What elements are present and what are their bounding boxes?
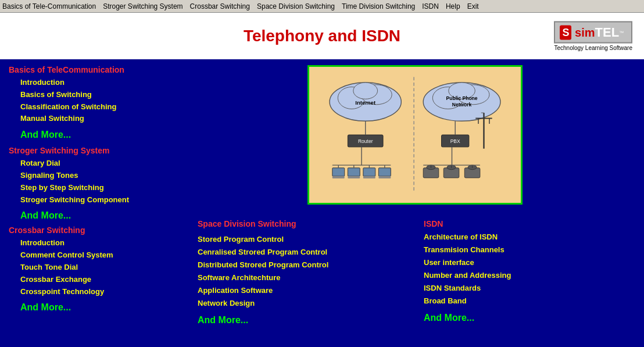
and-more-space-div[interactable]: And More...: [198, 315, 409, 325]
svg-text:Network: Network: [452, 102, 472, 108]
list-item[interactable]: Network Design: [198, 297, 409, 310]
left-column: Basics of TeleCommunication Introduction…: [9, 65, 189, 328]
header: Telephony and ISDN S sim TEL ™ Technolog…: [0, 13, 644, 59]
logo-box: S sim TEL ™: [554, 22, 632, 44]
network-svg: Internet Public Phone Network Router PBX: [314, 71, 516, 198]
section-stroger-title: Stroger Switching System: [9, 146, 189, 155]
list-item[interactable]: ISDN Standards: [424, 282, 635, 295]
menu-exit[interactable]: Exit: [467, 2, 479, 10]
section-isdn-title: ISDN: [424, 219, 635, 228]
svg-rect-33: [378, 176, 391, 178]
menu-crossbar[interactable]: Crossbar Switching: [190, 2, 250, 10]
list-item[interactable]: Crossbar Exchange: [9, 274, 189, 286]
list-item[interactable]: Manual Switching: [9, 113, 189, 125]
bottom-row: Space Division Switching Stored Program …: [195, 216, 635, 328]
menu-isdn[interactable]: ISDN: [422, 2, 439, 10]
svg-rect-27: [348, 176, 360, 178]
svg-text:PBX: PBX: [450, 138, 460, 144]
center-column: Internet Public Phone Network Router PBX: [195, 65, 635, 328]
logo-tel: TEL: [595, 25, 620, 40]
list-item[interactable]: Classification of Switching: [9, 101, 189, 113]
list-item[interactable]: Signaling Tones: [9, 170, 189, 182]
list-item[interactable]: Cenralised Strored Program Control: [198, 246, 409, 259]
svg-rect-23: [332, 168, 345, 176]
svg-rect-26: [348, 168, 360, 176]
svg-rect-30: [363, 176, 375, 178]
logo-subtitle: Technology Learning Software: [554, 45, 632, 51]
list-item[interactable]: Broad Band: [424, 295, 635, 307]
list-item[interactable]: Comment Control System: [9, 249, 189, 262]
list-item[interactable]: Software Architechture: [198, 271, 409, 284]
menu-help[interactable]: Help: [446, 2, 460, 10]
list-item[interactable]: Architecture of ISDN: [424, 231, 635, 244]
logo-area: S sim TEL ™ Technology Learning Software: [554, 22, 632, 51]
list-item[interactable]: Stroger Switching Component: [9, 194, 189, 206]
menu-space-division[interactable]: Space Division Switching: [257, 2, 335, 10]
logo-sim: sim: [571, 26, 595, 39]
list-item[interactable]: Basics of Switching: [9, 89, 189, 101]
and-more-crossbar[interactable]: And More...: [9, 302, 189, 313]
and-more-basics[interactable]: And More...: [9, 130, 189, 140]
list-item[interactable]: User interface: [424, 256, 635, 269]
list-item[interactable]: Number and Addressing: [424, 269, 635, 282]
main-content: Basics of TeleCommunication Introduction…: [0, 59, 644, 334]
list-item[interactable]: Introduction: [9, 237, 189, 249]
and-more-isdn[interactable]: And More...: [424, 313, 635, 323]
svg-text:Public Phone: Public Phone: [446, 95, 478, 101]
page-title: Telephony and ISDN: [244, 27, 400, 45]
svg-text:Internet: Internet: [355, 99, 376, 106]
section-space-div-title: Space Division Switching: [198, 219, 409, 228]
space-division-section: Space Division Switching Stored Program …: [195, 219, 412, 328]
menu-basics-telecom[interactable]: Basics of Tele-Communication: [2, 2, 96, 10]
logo-tm: ™: [619, 30, 624, 35]
list-item[interactable]: Step by Step Switching: [9, 182, 189, 194]
svg-rect-24: [332, 176, 345, 178]
svg-rect-32: [378, 168, 391, 176]
network-diagram: Internet Public Phone Network Router PBX: [307, 65, 523, 205]
list-item[interactable]: Rotary Dial: [9, 158, 189, 170]
and-more-stroger[interactable]: And More...: [9, 210, 189, 221]
svg-text:Router: Router: [358, 138, 373, 144]
menu-stroger[interactable]: Stroger Switching System: [103, 2, 183, 10]
svg-rect-29: [363, 168, 375, 176]
menu-time-division[interactable]: Time Division Switching: [342, 2, 415, 10]
list-item[interactable]: Distributed Strored Program Control: [198, 259, 409, 271]
list-item[interactable]: Crosspoint Technology: [9, 286, 189, 298]
menubar: Basics of Tele-Communication Stroger Swi…: [0, 0, 644, 13]
isdn-section: ISDN Architecture of ISDN Transmision Ch…: [424, 219, 635, 328]
list-item[interactable]: Stored Program Control: [198, 233, 409, 246]
list-item[interactable]: Application Software: [198, 284, 409, 297]
section-basics-telecom-title: Basics of TeleCommunication: [9, 65, 189, 74]
section-crossbar-title: Crossbar Switching: [9, 226, 189, 235]
list-item[interactable]: Introduction: [9, 77, 189, 89]
list-item[interactable]: Transmision Channels: [424, 244, 635, 256]
list-item[interactable]: Touch Tone Dial: [9, 262, 189, 274]
svg-point-3: [353, 83, 378, 99]
